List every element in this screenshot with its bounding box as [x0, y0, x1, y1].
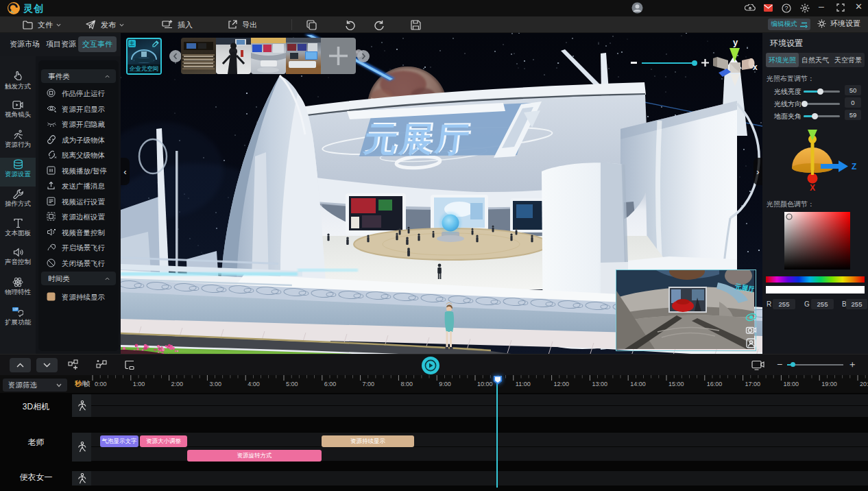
svg-text:19:00: 19:00: [821, 381, 837, 387]
svg-text:14:00: 14:00: [630, 381, 646, 387]
svg-text:0:00: 0:00: [95, 381, 107, 387]
svg-text:2:00: 2:00: [171, 381, 184, 387]
svg-text:18:00: 18:00: [783, 381, 799, 387]
svg-text:15:00: 15:00: [668, 381, 684, 387]
svg-text:13:00: 13:00: [592, 381, 607, 387]
svg-text:?: ?: [784, 5, 788, 12]
svg-text:Z: Z: [852, 162, 856, 171]
svg-text:3:00: 3:00: [209, 381, 221, 387]
svg-text:17:00: 17:00: [745, 381, 761, 387]
svg-text:元展厅: 元展厅: [361, 120, 474, 158]
svg-text:x: x: [753, 62, 758, 72]
svg-text:11:00: 11:00: [516, 381, 531, 387]
svg-text:4:00: 4:00: [248, 381, 260, 387]
svg-text:X: X: [810, 183, 815, 193]
svg-text:7:00: 7:00: [363, 381, 375, 387]
svg-text:12:00: 12:00: [554, 381, 570, 387]
svg-text:1:00: 1:00: [133, 381, 145, 387]
svg-text:5:00: 5:00: [286, 381, 298, 387]
svg-text:y: y: [733, 37, 738, 47]
svg-text:VIP: VIP: [13, 308, 18, 311]
svg-text:6:00: 6:00: [324, 381, 337, 387]
svg-text:9:00: 9:00: [439, 381, 451, 387]
svg-text:16:00: 16:00: [707, 381, 723, 387]
svg-text:8:00: 8:00: [400, 381, 413, 387]
svg-text:20:00: 20:00: [860, 381, 868, 387]
svg-text:10:00: 10:00: [477, 381, 493, 387]
